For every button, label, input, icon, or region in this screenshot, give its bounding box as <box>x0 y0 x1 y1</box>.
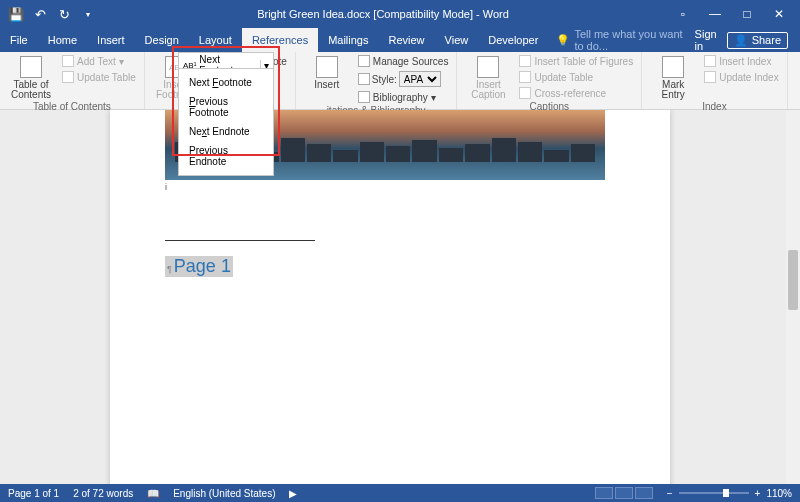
tab-developer[interactable]: Developer <box>478 28 548 52</box>
toc-icon <box>20 56 42 78</box>
close-icon[interactable]: ✕ <box>772 7 786 21</box>
status-bar: Page 1 of 1 2 of 72 words 📖 English (Uni… <box>0 484 800 502</box>
cross-reference-button[interactable]: Cross-reference <box>517 86 635 100</box>
save-icon[interactable]: 💾 <box>8 6 24 22</box>
insert-citation-button[interactable]: Insert <box>302 54 352 90</box>
tell-me[interactable]: 💡 Tell me what you want to do... <box>556 28 694 52</box>
tab-references[interactable]: References <box>242 28 318 52</box>
insert-index-icon <box>704 55 716 67</box>
tab-design[interactable]: Design <box>135 28 189 52</box>
vertical-scrollbar[interactable] <box>786 110 800 484</box>
zoom-level[interactable]: 110% <box>766 488 792 499</box>
mark-entry-button[interactable]: Mark Entry <box>648 54 698 100</box>
manage-sources-button[interactable]: Manage Sources <box>356 54 451 68</box>
share-icon: 👤 <box>734 34 748 47</box>
read-mode-button[interactable] <box>595 487 613 499</box>
zoom-out-button[interactable]: − <box>667 488 673 499</box>
lightbulb-icon: 💡 <box>556 34 570 47</box>
tab-file[interactable]: File <box>0 28 38 52</box>
maximize-icon[interactable]: □ <box>740 7 754 21</box>
tab-home[interactable]: Home <box>38 28 87 52</box>
update-caption-table-button[interactable]: Update Table <box>517 70 635 84</box>
ribbon: Table of Contents Add Text ▾ Update Tabl… <box>0 52 800 110</box>
minimize-icon[interactable]: — <box>708 7 722 21</box>
next-footnote-menu: Next Footnote Previous Footnote Next End… <box>178 68 274 176</box>
menu-previous-endnote[interactable]: Previous Endnote <box>179 141 273 171</box>
window-title: Bright Green Idea.docx [Compatibility Mo… <box>104 8 662 20</box>
insert-caption-button[interactable]: Insert Caption <box>463 54 513 100</box>
page-text-selection[interactable]: Page 1 <box>165 256 233 277</box>
table-figures-icon <box>519 55 531 67</box>
footnote-separator <box>165 240 315 241</box>
insert-table-figures-button[interactable]: Insert Table of Figures <box>517 54 635 68</box>
bibliography-button[interactable]: Bibliography ▾ <box>356 90 451 104</box>
title-bar: 💾 ↶ ↻ ▾ Bright Green Idea.docx [Compatib… <box>0 0 800 28</box>
qat-customize-icon[interactable]: ▾ <box>80 6 96 22</box>
tab-insert[interactable]: Insert <box>87 28 135 52</box>
group-toa: Mark Citation Table of Authorities <box>788 52 800 109</box>
tab-review[interactable]: Review <box>379 28 435 52</box>
tab-view[interactable]: View <box>435 28 479 52</box>
group-captions: Insert Caption Insert Table of Figures U… <box>457 52 642 109</box>
macro-icon[interactable]: ▶ <box>289 488 297 499</box>
add-text-icon <box>62 55 74 67</box>
scrollbar-thumb[interactable] <box>788 250 798 310</box>
tab-mailings[interactable]: Mailings <box>318 28 378 52</box>
zoom-slider[interactable] <box>679 492 749 494</box>
caption-icon <box>477 56 499 78</box>
zoom-in-button[interactable]: + <box>755 488 761 499</box>
update-table-icon <box>62 71 74 83</box>
insert-index-button[interactable]: Insert Index <box>702 54 781 68</box>
manage-sources-icon <box>358 55 370 67</box>
mark-entry-icon <box>662 56 684 78</box>
citation-icon <box>316 56 338 78</box>
view-buttons <box>595 487 653 499</box>
page-indicator[interactable]: Page 1 of 1 <box>8 488 59 499</box>
mark-citation-button[interactable]: Mark Citation <box>794 54 800 100</box>
quick-access-toolbar: 💾 ↶ ↻ ▾ <box>0 6 104 22</box>
redo-icon[interactable]: ↻ <box>56 6 72 22</box>
word-count[interactable]: 2 of 72 words <box>73 488 133 499</box>
menu-next-endnote[interactable]: Next Endnote <box>179 122 273 141</box>
update-index-button[interactable]: Update Index <box>702 70 781 84</box>
menu-next-footnote[interactable]: Next Footnote <box>179 73 273 92</box>
table-of-contents-button[interactable]: Table of Contents <box>6 54 56 100</box>
style-dropdown[interactable]: APA <box>399 71 441 87</box>
window-controls: ▫ — □ ✕ <box>662 7 800 21</box>
spellcheck-icon[interactable]: 📖 <box>147 488 159 499</box>
menu-previous-footnote[interactable]: Previous Footnote <box>179 92 273 122</box>
group-index: Mark Entry Insert Index Update Index Ind… <box>642 52 788 109</box>
undo-icon[interactable]: ↶ <box>32 6 48 22</box>
share-button[interactable]: 👤 Share <box>727 32 788 49</box>
add-text-button[interactable]: Add Text ▾ <box>60 54 138 68</box>
citation-style-select[interactable]: Style: APA <box>356 70 451 88</box>
tab-layout[interactable]: Layout <box>189 28 242 52</box>
web-layout-button[interactable] <box>635 487 653 499</box>
sign-in-link[interactable]: Sign in <box>695 28 717 52</box>
update-table-button[interactable]: Update Table <box>60 70 138 84</box>
document-canvas[interactable]: i Page 1 <box>0 110 786 484</box>
bibliography-icon <box>358 91 370 103</box>
footnote-mark: i <box>165 182 167 192</box>
ribbon-options-icon[interactable]: ▫ <box>676 7 690 21</box>
update-index-icon <box>704 71 716 83</box>
group-citations: Insert Manage Sources Style: APA Bibliog… <box>296 52 458 109</box>
zoom-control: − + 110% <box>667 488 792 499</box>
style-icon <box>358 73 370 85</box>
print-layout-button[interactable] <box>615 487 633 499</box>
language-indicator[interactable]: English (United States) <box>173 488 275 499</box>
ribbon-tabs: File Home Insert Design Layout Reference… <box>0 28 800 52</box>
update-icon <box>519 71 531 83</box>
cross-ref-icon <box>519 87 531 99</box>
group-toc: Table of Contents Add Text ▾ Update Tabl… <box>0 52 145 109</box>
